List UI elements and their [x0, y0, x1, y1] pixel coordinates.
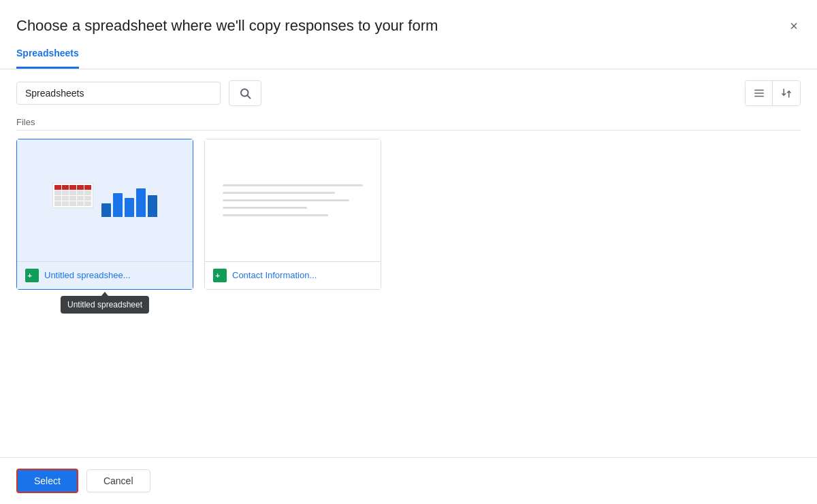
grid-cell [77, 196, 84, 201]
cancel-button[interactable]: Cancel [86, 469, 150, 492]
grid-cell [77, 190, 84, 195]
grid-cell [54, 196, 61, 201]
contact-line [223, 192, 335, 194]
contact-line [223, 184, 363, 186]
files-label: Files [16, 117, 801, 131]
thumbnail-inner [42, 172, 168, 228]
view-buttons [745, 80, 801, 106]
file-name-untitled: Untitled spreadshee... [44, 270, 130, 280]
svg-line-1 [247, 95, 250, 98]
sheets-icon: + [213, 269, 227, 282]
search-input[interactable] [16, 82, 221, 105]
svg-text:+: + [215, 271, 220, 280]
tabs-row: Spreadsheets [0, 36, 817, 69]
svg-text:+: + [27, 271, 32, 280]
file-card-untitled[interactable]: + Untitled spreadshee... Untitled spread… [16, 139, 193, 290]
list-view-button[interactable] [746, 81, 773, 105]
file-card-contact[interactable]: + Contact Information... [204, 139, 381, 290]
grid-cell [77, 201, 84, 206]
chart-bar [148, 195, 157, 217]
grid-cell [69, 190, 76, 195]
chart-bar [136, 188, 146, 217]
contact-line [223, 207, 307, 209]
grid-cell [84, 201, 91, 206]
tooltip-untitled: Untitled spreadsheet [61, 296, 149, 314]
grid-cell [69, 201, 76, 206]
contact-preview [223, 184, 363, 216]
grid-cell [69, 185, 76, 190]
grid-cell [84, 196, 91, 201]
file-info-untitled: + Untitled spreadshee... [17, 262, 193, 289]
svg-rect-2 [754, 89, 764, 90]
dialog: Choose a spreadsheet where we'll copy re… [0, 0, 817, 504]
search-button[interactable] [229, 80, 261, 106]
search-icon [239, 87, 251, 99]
files-section: Files [0, 117, 817, 457]
chart-bar [125, 198, 134, 217]
contact-line [223, 199, 349, 201]
grid-cell [62, 190, 69, 195]
dialog-footer: Select Cancel [0, 457, 817, 504]
select-button[interactable]: Select [16, 469, 78, 493]
grid-cell [77, 185, 84, 190]
grid-cell [62, 201, 69, 206]
files-grid: + Untitled spreadshee... Untitled spread… [16, 139, 801, 290]
grid-cell [69, 196, 76, 201]
list-view-icon [753, 87, 765, 99]
file-thumbnail-contact [205, 139, 381, 262]
contact-line [223, 214, 328, 216]
file-thumbnail-untitled [17, 139, 193, 262]
svg-rect-4 [754, 95, 764, 97]
grid-cell [62, 185, 69, 190]
grid-cell [84, 190, 91, 195]
mini-grid [52, 183, 93, 208]
file-info-contact: + Contact Information... [205, 262, 381, 289]
grid-cell [54, 201, 61, 206]
chart-bar [101, 203, 111, 217]
sheets-icon: + [25, 269, 39, 282]
close-button[interactable]: × [787, 16, 801, 35]
grid-cell [54, 185, 61, 190]
dialog-title: Choose a spreadsheet where we'll copy re… [16, 16, 438, 36]
sort-icon [780, 87, 792, 99]
sort-view-button[interactable] [773, 81, 800, 105]
file-name-contact: Contact Information... [232, 270, 317, 280]
mini-chart [101, 188, 157, 217]
chart-bar [113, 193, 123, 217]
grid-cell [84, 185, 91, 190]
svg-rect-3 [754, 93, 764, 94]
toolbar [0, 69, 817, 117]
tab-spreadsheets[interactable]: Spreadsheets [16, 48, 79, 69]
grid-cell [62, 196, 69, 201]
dialog-header: Choose a spreadsheet where we'll copy re… [0, 0, 817, 36]
grid-cell [54, 190, 61, 195]
